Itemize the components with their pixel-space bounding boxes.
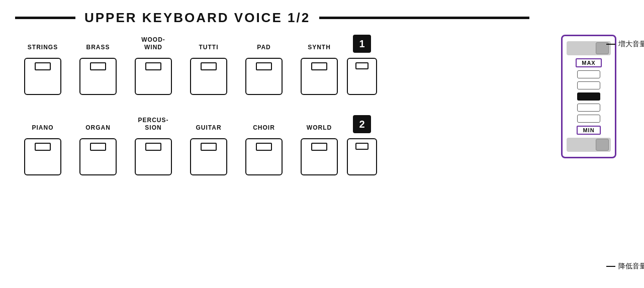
btn-cell-tutti	[181, 58, 236, 95]
badge-1: 1	[353, 35, 371, 53]
increase-label: 増大音量	[618, 40, 644, 49]
label-piano: PIANO	[32, 115, 53, 131]
label-organ: ORGAN	[85, 115, 111, 131]
btn-cell-guitar	[181, 138, 236, 175]
increase-label-group: 増大音量	[606, 40, 644, 49]
synth-button[interactable]	[301, 58, 338, 95]
btn-cell-strings	[15, 58, 70, 95]
page-title: UPPER KEYBOARD VOICE 1/2	[84, 10, 310, 26]
woodwind-button[interactable]	[135, 58, 172, 95]
btn-cell-woodwind	[126, 58, 181, 95]
right-panel: MAX MIN 増大音量 降低音量	[548, 35, 629, 278]
badge1-button[interactable]	[347, 58, 377, 95]
cell-piano: PIANO	[15, 115, 70, 133]
voice-grid: STRINGS BRASS WOOD-WIND TUTTI PAD SYNTH	[15, 35, 543, 278]
cell-woodwind: WOOD-WIND	[126, 35, 181, 53]
max-label: MAX	[576, 58, 601, 67]
decrease-label-group: 降低音量	[606, 262, 644, 271]
indicator-1	[577, 70, 600, 78]
label-synth: SYNTH	[308, 35, 331, 51]
strings-button[interactable]	[24, 58, 61, 95]
label-percussion: PERCUS-SION	[138, 115, 168, 131]
row1-buttons	[15, 58, 543, 95]
main-container: UPPER KEYBOARD VOICE 1/2 STRINGS BRASS W…	[0, 0, 644, 288]
purple-box: MAX MIN	[561, 35, 616, 158]
row2-labels: PIANO ORGAN PERCUS-SION GUITAR CHOIR WOR…	[15, 115, 543, 133]
btn-cell-piano	[15, 138, 70, 175]
row2-buttons	[15, 138, 543, 175]
cell-percussion: PERCUS-SION	[126, 115, 181, 133]
piano-button[interactable]	[24, 138, 61, 175]
decrease-label: 降低音量	[618, 262, 644, 271]
slider-thumb-bottom	[596, 139, 609, 151]
cell-pad: PAD	[236, 35, 292, 53]
arrow-line-top	[606, 44, 615, 45]
row1-labels: STRINGS BRASS WOOD-WIND TUTTI PAD SYNTH	[15, 35, 543, 53]
brass-button[interactable]	[79, 58, 117, 95]
btn-cell-percussion	[126, 138, 181, 175]
header: UPPER KEYBOARD VOICE 1/2	[15, 10, 629, 26]
label-brass: BRASS	[86, 35, 110, 51]
header-line-left	[15, 17, 75, 19]
cell-strings: STRINGS	[15, 35, 70, 53]
tutti-button[interactable]	[190, 58, 227, 95]
btn-cell-choir	[236, 138, 292, 175]
btn-cell-brass	[70, 58, 126, 95]
cell-tutti: TUTTI	[181, 35, 236, 53]
pad-button[interactable]	[245, 58, 283, 95]
btn-cell-world	[292, 138, 347, 175]
badge2-btn-cell	[347, 138, 377, 175]
cell-organ: ORGAN	[70, 115, 126, 133]
badge2-button[interactable]	[347, 138, 377, 175]
badge1-btn-cell	[347, 58, 377, 95]
choir-button[interactable]	[245, 138, 283, 175]
guitar-button[interactable]	[190, 138, 227, 175]
cell-synth: SYNTH	[292, 35, 347, 53]
min-label: MIN	[577, 126, 600, 135]
label-world: WORLD	[307, 115, 332, 131]
label-guitar: GUITAR	[196, 115, 221, 131]
badge2-label-cell: 2	[347, 115, 377, 133]
badge1-label-cell: 1	[347, 35, 377, 53]
organ-button[interactable]	[79, 138, 117, 175]
label-choir: CHOIR	[253, 115, 275, 131]
row-gap	[15, 100, 543, 110]
arrow-line-bottom	[606, 266, 615, 267]
label-woodwind: WOOD-WIND	[141, 35, 165, 51]
cell-brass: BRASS	[70, 35, 126, 53]
label-pad: PAD	[257, 35, 270, 51]
header-line-right	[319, 17, 529, 19]
label-strings: STRINGS	[28, 35, 58, 51]
badge-2: 2	[353, 115, 371, 133]
indicator-2	[577, 81, 600, 89]
percussion-button[interactable]	[135, 138, 172, 175]
volume-up-slider[interactable]	[567, 41, 611, 55]
indicator-3-filled	[577, 92, 600, 101]
content-area: STRINGS BRASS WOOD-WIND TUTTI PAD SYNTH	[15, 35, 629, 278]
indicator-4	[577, 104, 600, 112]
cell-guitar: GUITAR	[181, 115, 236, 133]
btn-cell-synth	[292, 58, 347, 95]
volume-down-slider[interactable]	[567, 138, 611, 152]
world-button[interactable]	[301, 138, 338, 175]
btn-cell-pad	[236, 58, 292, 95]
label-tutti: TUTTI	[199, 35, 219, 51]
cell-choir: CHOIR	[236, 115, 292, 133]
btn-cell-organ	[70, 138, 126, 175]
cell-world: WORLD	[292, 115, 347, 133]
indicator-5	[577, 115, 600, 123]
